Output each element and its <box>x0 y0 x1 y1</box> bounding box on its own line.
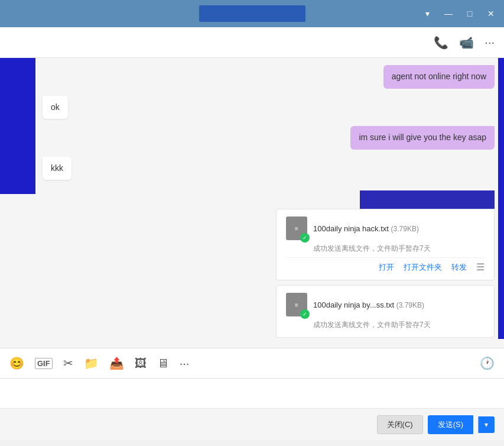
file-sent-status-dot: ✓ <box>300 233 310 243</box>
dropdown-button[interactable]: ▾ <box>421 8 433 20</box>
file-info-row: ≡ ✓ 100daily ninja hack.txt (3.79KB) <box>286 216 485 240</box>
message-row: agent not online right now <box>0 65 504 89</box>
screen-icon[interactable]: 🖥 <box>157 357 169 370</box>
message-text: agent not online right now <box>392 72 486 81</box>
file-menu-button[interactable]: ☰ <box>476 261 485 273</box>
send-dropdown-button[interactable]: ▾ <box>478 416 495 433</box>
file-sent-status-dot: ✓ <box>300 309 310 319</box>
file-info-row: ≡ ✓ 100daily ninja by...ss.txt (3.79KB) <box>286 293 485 316</box>
file-forward-button[interactable]: 转发 <box>451 261 467 273</box>
file-header-bar <box>360 190 495 209</box>
chat-area: agent not online right now ok im sure i … <box>0 58 504 348</box>
file-status-text: 成功发送离线文件，文件助手暂存7天 <box>313 244 485 254</box>
toolbar: 😊 GIF ✂ 📁 📤 🖼 🖥 ··· 🕐 <box>0 348 504 379</box>
input-area <box>0 379 504 408</box>
title-bar: ▾ — □ ✕ <box>0 0 504 27</box>
title-bar-title <box>199 5 305 22</box>
message-bubble-received: ok <box>43 96 68 119</box>
message-row: im sure i will give you the key asap <box>0 126 504 150</box>
close-button[interactable]: 关闭(C) <box>377 415 423 434</box>
title-bar-controls: ▾ — □ ✕ <box>421 8 497 20</box>
file-meta: 100daily ninja by...ss.txt (3.79KB) <box>313 300 485 309</box>
gif-icon[interactable]: GIF <box>35 358 53 369</box>
bottom-bar: 关闭(C) 发送(S) ▾ <box>0 408 504 440</box>
file-card: ≡ ✓ 100daily ninja by...ss.txt (3.79KB) … <box>276 285 495 338</box>
file-open-folder-button[interactable]: 打开文件夹 <box>404 261 442 273</box>
file-message-wrapper: ≡ ✓ 100daily ninja hack.txt (3.79KB) 成功发… <box>9 190 495 338</box>
more-actions-icon[interactable]: ··· <box>485 35 495 49</box>
file-size: (3.79KB) <box>396 301 424 309</box>
file-lines-icon: ≡ <box>295 302 298 308</box>
image-icon[interactable]: 🖼 <box>135 357 147 370</box>
message-bubble-sent: im sure i will give you the key asap <box>350 126 495 150</box>
file-open-button[interactable]: 打开 <box>379 261 394 273</box>
minimize-button[interactable]: — <box>443 8 454 20</box>
phone-icon[interactable]: 📞 <box>434 35 448 50</box>
message-row: kkk <box>0 157 504 180</box>
upload-icon[interactable]: 📤 <box>109 356 124 370</box>
file-name: 100daily ninja hack.txt (3.79KB) <box>313 224 485 233</box>
file-name: 100daily ninja by...ss.txt (3.79KB) <box>313 300 485 309</box>
file-meta: 100daily ninja hack.txt (3.79KB) <box>313 224 485 233</box>
file-actions: 打开 打开文件夹 转发 ☰ <box>286 257 485 273</box>
action-bar: 📞 📹 ··· <box>0 27 504 58</box>
scissors-icon[interactable]: ✂ <box>63 356 73 370</box>
emoji-icon[interactable]: 😊 <box>9 356 24 370</box>
maximize-button[interactable]: □ <box>464 8 476 20</box>
file-size: (3.79KB) <box>391 225 419 233</box>
file-status-text: 成功发送离线文件，文件助手暂存7天 <box>313 320 485 330</box>
history-icon[interactable]: 🕐 <box>480 356 495 370</box>
close-window-button[interactable]: ✕ <box>485 8 497 20</box>
message-bubble-received: kkk <box>43 157 71 180</box>
send-button[interactable]: 发送(S) <box>428 415 473 434</box>
message-input[interactable] <box>9 389 495 398</box>
file-card: ≡ ✓ 100daily ninja hack.txt (3.79KB) 成功发… <box>276 209 495 280</box>
message-text: ok <box>51 102 60 112</box>
message-text: kkk <box>51 163 63 173</box>
title-bar-center <box>199 5 305 22</box>
folder-icon[interactable]: 📁 <box>84 356 99 370</box>
message-bubble-sent: agent not online right now <box>383 65 495 89</box>
file-type-icon: ≡ ✓ <box>286 293 307 316</box>
message-row: ok <box>0 96 504 119</box>
file-lines-icon: ≡ <box>295 225 298 232</box>
more-toolbar-icon[interactable]: ··· <box>180 357 190 370</box>
video-icon[interactable]: 📹 <box>459 35 474 50</box>
message-text: im sure i will give you the key asap <box>359 132 486 142</box>
file-type-icon: ≡ ✓ <box>286 216 307 240</box>
